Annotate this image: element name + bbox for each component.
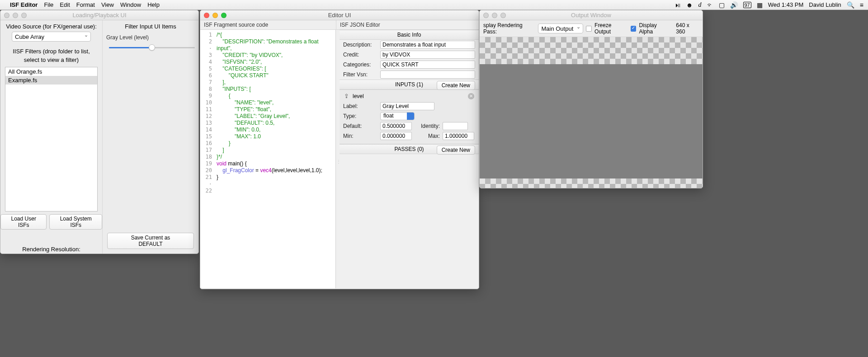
minimize-icon[interactable] — [13, 13, 18, 18]
battery-icon[interactable]: 97 — [743, 2, 751, 8]
freeze-output-checkbox[interactable] — [586, 26, 592, 32]
delete-input-icon[interactable]: ✕ — [468, 93, 474, 99]
load-user-isfs-button[interactable]: Load User ISFs — [0, 214, 47, 230]
app-icon[interactable]: ☻ — [686, 1, 693, 9]
filter-input-items-label: Filter Input UI Items — [103, 20, 198, 32]
zoom-icon[interactable] — [500, 13, 506, 18]
menu-edit[interactable]: Edit — [60, 1, 70, 8]
identity-label: Identity: — [415, 123, 440, 129]
menu-file[interactable]: File — [44, 1, 53, 8]
camera-icon[interactable]: ⏯ — [675, 1, 681, 9]
input-item-level: ⇪ level ✕ Label: Type: float Default: Id… — [340, 89, 479, 144]
menu-window[interactable]: Window — [120, 1, 141, 8]
credit-label: Credit: — [343, 52, 377, 58]
display-alpha-checkbox[interactable] — [631, 26, 637, 32]
splitter-handle[interactable] — [336, 30, 340, 288]
window-title: Loading/Playback UI — [72, 12, 126, 19]
json-pane-label: ISF JSON Editor — [336, 20, 479, 29]
menu-help[interactable]: Help — [147, 1, 160, 8]
max-label: Max: — [415, 133, 440, 139]
iisf-label-1: IISF Filters (drop folder to list, — [0, 45, 102, 56]
gray-level-slider[interactable] — [109, 43, 195, 52]
rendering-pass-select[interactable]: Main Output — [538, 23, 583, 33]
json-editor-pane: Basic Info Description: Credit: Categori… — [340, 30, 479, 288]
list-item[interactable]: Example.fs — [5, 76, 97, 85]
gray-level-label: Gray Level (level) — [106, 34, 195, 41]
fragment-pane-label: ISF Fragment source code — [200, 20, 336, 29]
input-label-label: Label: — [343, 103, 377, 109]
titlebar[interactable]: Loading/Playback UI — [0, 10, 198, 20]
wifi-icon[interactable]: ᯤ — [707, 1, 713, 9]
description-input[interactable] — [380, 41, 475, 49]
create-pass-button[interactable]: Create New — [437, 146, 475, 155]
list-item[interactable]: All Orange.fs — [5, 67, 97, 76]
identity-input[interactable] — [443, 122, 468, 130]
description-label: Description: — [343, 42, 377, 48]
min-input[interactable] — [380, 132, 412, 140]
zoom-icon[interactable] — [21, 13, 27, 18]
loading-playback-window: Loading/Playback UI Video Source (for FX… — [0, 10, 199, 254]
basic-info-header: Basic Info — [340, 30, 479, 40]
minimize-icon[interactable] — [492, 13, 497, 18]
max-input[interactable] — [443, 132, 474, 140]
window-title: Editor UI — [328, 12, 351, 19]
close-icon[interactable] — [483, 13, 489, 18]
iisf-label-2: select to view a filter) — [0, 56, 102, 65]
rendering-pass-label: splay Rendering Pass: — [483, 22, 535, 35]
input-label-input[interactable] — [380, 102, 434, 110]
notification-center-icon[interactable]: ≡ — [860, 1, 863, 9]
min-label: Min: — [343, 133, 377, 139]
d-icon[interactable]: d — [698, 1, 702, 9]
default-label: Default: — [343, 123, 377, 129]
inputs-header: INPUTS (1) Create New — [340, 80, 479, 89]
video-source-select[interactable]: Cube Array — [12, 32, 91, 42]
macos-menubar: ISF Editor File Edit Format View Window … — [0, 0, 868, 10]
output-window: Output Window splay Rendering Pass: Main… — [479, 10, 703, 188]
close-icon[interactable] — [204, 13, 209, 18]
credit-input[interactable] — [380, 51, 475, 59]
video-source-label: Video Source (for FX/general use): — [0, 20, 102, 32]
rendering-resolution-label: Rendering Resolution: — [0, 243, 102, 254]
window-title: Output Window — [571, 12, 611, 19]
output-resolution: 640 x 360 — [676, 22, 699, 35]
titlebar[interactable]: Output Window — [480, 10, 703, 20]
menu-view[interactable]: View — [101, 1, 114, 8]
menu-format[interactable]: Format — [76, 1, 95, 8]
airplay-icon[interactable]: ▢ — [719, 1, 725, 9]
spotlight-icon[interactable]: 🔍 — [847, 1, 854, 9]
sound-icon[interactable]: 🔊 — [730, 1, 738, 9]
load-system-isfs-button[interactable]: Load System ISFs — [49, 214, 102, 230]
export-icon[interactable]: ⇪ — [344, 93, 349, 99]
output-canvas — [480, 37, 703, 188]
editor-ui-window: Editor UI ISF Fragment source code ISF J… — [200, 10, 479, 289]
save-default-button[interactable]: Save Current as DEFAULT — [107, 233, 194, 249]
input-name: level — [353, 93, 364, 99]
default-input[interactable] — [380, 122, 412, 130]
titlebar[interactable]: Editor UI — [200, 10, 479, 20]
categories-input[interactable] — [380, 61, 475, 69]
close-icon[interactable] — [4, 13, 9, 18]
display-alpha-label: Display Alpha — [639, 22, 670, 35]
filter-list[interactable]: All Orange.fs Example.fs — [5, 67, 98, 211]
input-type-select[interactable]: float — [380, 112, 415, 120]
control-center-icon[interactable]: ▦ — [757, 1, 763, 9]
freeze-output-label: Freeze Output — [594, 22, 628, 35]
passes-header: PASSES (0) Create New — [340, 144, 479, 154]
categories-label: Categories: — [343, 61, 377, 68]
menubar-time[interactable]: Wed 1:43 PM — [768, 1, 804, 8]
app-name[interactable]: ISF Editor — [10, 1, 38, 8]
zoom-icon[interactable] — [221, 13, 226, 18]
filter-vsn-label: Filter Vsn: — [343, 71, 377, 78]
input-type-label: Type: — [343, 113, 377, 119]
menubar-user[interactable]: David Lublin — [809, 1, 841, 8]
minimize-icon[interactable] — [212, 13, 218, 18]
create-input-button[interactable]: Create New — [437, 81, 475, 90]
code-editor[interactable]: 12·3456789101112131415161718192021·22 /*… — [200, 30, 336, 288]
filter-vsn-input[interactable] — [380, 70, 475, 79]
line-gutter: 12·3456789101112131415161718192021·22 — [200, 30, 215, 288]
code-content[interactable]: /*{ "DESCRIPTION": "Demonstrates a float… — [215, 30, 335, 288]
